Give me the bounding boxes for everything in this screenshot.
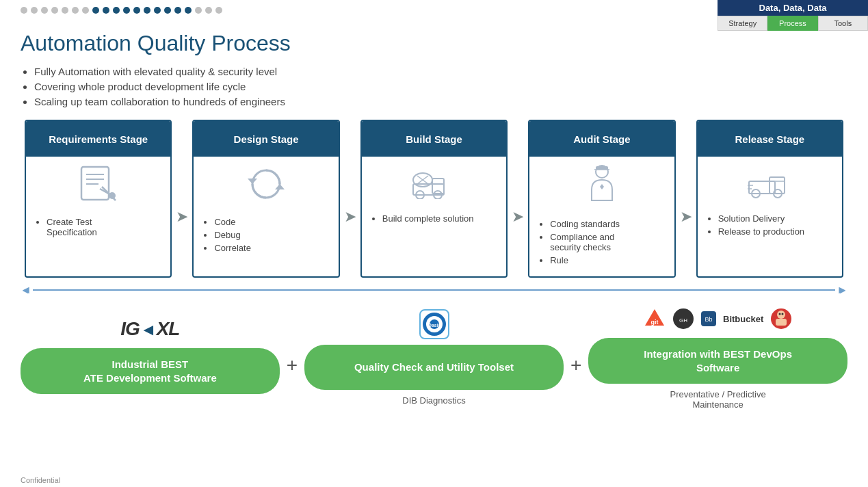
page-title: Automation Quality Process [21, 31, 847, 56]
dot-2 [31, 7, 38, 14]
arrow-2: ➤ [344, 155, 356, 278]
bottom-tools-section: IG◄XL Industrial BESTATE Development Sof… [21, 305, 847, 410]
bitbucket-logo-icon: Bb [701, 311, 716, 326]
dot-20 [215, 7, 222, 14]
stage-design-header: Design Stage [194, 121, 338, 157]
tab-process[interactable]: Process [767, 16, 817, 31]
svg-point-39 [782, 313, 784, 315]
svg-rect-19 [770, 177, 785, 194]
svg-point-36 [777, 311, 785, 319]
arrow-3: ➤ [512, 155, 524, 278]
design-bullet-3: Correlate [214, 243, 250, 253]
oasis-logo-area: Oasis [419, 309, 449, 339]
igxl-button[interactable]: Industrial BESTATE Development Software [21, 348, 280, 394]
design-bullets: Code Debug Correlate [203, 217, 250, 256]
plus-2: + [564, 354, 588, 376]
audit-bullets: Coding standards Compliance andsecurity … [539, 219, 620, 268]
bullet-1: Fully Automation with elevated quality &… [34, 66, 847, 77]
tool-oasis: Oasis Quality Check and Utility Toolset … [304, 309, 564, 406]
dot-10 [113, 7, 120, 14]
devops-logos: git GH Bb Bitbucket [644, 305, 792, 332]
git-icon: git [644, 308, 666, 330]
bidir-arrow: ◄ ► [21, 283, 847, 297]
stage-requirements-header: Requirements Stage [26, 121, 170, 157]
bitbucket-label: Bitbucket [723, 314, 763, 324]
devops-subtitle: Preventative / Predictive Maintenance [670, 389, 766, 410]
github-icon: GH [672, 308, 694, 330]
stage-design: Design Stage Code Debug Correlate [192, 120, 339, 278]
release-bullet-2: Release to production [718, 226, 804, 237]
design-icon [248, 165, 285, 210]
dot-9 [103, 7, 109, 14]
devops-button[interactable]: Integration with BEST DevOpsSoftware [588, 338, 847, 384]
igxl-logo: IG◄XL [120, 315, 179, 343]
dot-4 [51, 7, 58, 14]
audit-icon [585, 165, 619, 212]
main-content: Automation Quality Process Fully Automat… [21, 24, 847, 473]
requirements-icon [78, 165, 119, 210]
audit-bullet-2: Compliance andsecurity checks [550, 232, 620, 252]
stage-audit-body: Coding standards Compliance andsecurity … [529, 157, 674, 276]
build-bullets: Build complete solution [371, 213, 474, 226]
release-bullet-1: Solution Delivery [718, 213, 804, 224]
stages-container: Requirements Stage Create TestSpecificat… [21, 120, 847, 278]
stage-requirements: Requirements Stage Create TestSpecificat… [25, 120, 172, 278]
dot-14 [154, 7, 161, 14]
svg-marker-6 [275, 184, 285, 189]
design-bullet-1: Code [214, 217, 250, 227]
arrow-1: ➤ [176, 155, 188, 278]
dot-11 [123, 7, 130, 14]
svg-text:git: git [651, 319, 659, 326]
svg-text:Bb: Bb [705, 316, 713, 323]
tab-tools[interactable]: Tools [818, 16, 868, 31]
nav-tabs: Strategy Process Tools [718, 16, 868, 31]
stage-audit-header: Audit Stage [529, 121, 674, 157]
design-bullet-2: Debug [214, 230, 250, 240]
intro-bullets: Fully Automation with elevated quality &… [21, 66, 847, 107]
svg-rect-37 [776, 319, 787, 326]
svg-marker-17 [600, 184, 604, 189]
oasis-icon: Oasis [419, 309, 449, 339]
bullet-2: Covering whole product development life … [34, 81, 847, 92]
dot-18 [195, 7, 202, 14]
release-icon [748, 165, 792, 207]
tab-strategy[interactable]: Strategy [718, 16, 767, 31]
stage-requirements-body: Create TestSpecification [26, 157, 170, 273]
stage-release-header: Release Stage [698, 121, 842, 157]
stage-audit: Audit Stage Codin [528, 120, 675, 278]
tool-devops: git GH Bb Bitbucket [588, 305, 847, 410]
progress-dots [21, 7, 222, 14]
dot-3 [41, 7, 48, 14]
oasis-subtitle: DIB Diagnostics [402, 395, 465, 406]
release-bullets: Solution Delivery Release to production [707, 213, 804, 239]
oasis-btn-text: Quality Check and Utility Toolset [354, 360, 514, 374]
stage-design-body: Code Debug Correlate [194, 157, 338, 273]
dot-1 [21, 7, 27, 14]
plus-1: + [280, 354, 304, 376]
dot-12 [133, 7, 140, 14]
build-icon [412, 165, 456, 207]
audit-bullet-3: Rule [550, 255, 620, 265]
tool-igxl: IG◄XL Industrial BESTATE Development Sof… [21, 315, 280, 399]
jenkins-icon [770, 308, 792, 330]
requirements-bullets: Create TestSpecification [36, 217, 97, 240]
oasis-button[interactable]: Quality Check and Utility Toolset [304, 345, 564, 390]
dot-13 [144, 7, 150, 14]
bullet-3: Scaling up team collaboration to hundred… [34, 96, 847, 107]
dot-6 [72, 7, 79, 14]
req-bullet-1: Create TestSpecification [47, 217, 97, 237]
dot-19 [205, 7, 212, 14]
nav-title: Data, Data, Data [718, 0, 868, 16]
dot-17 [185, 7, 192, 14]
devops-btn-text: Integration with BEST DevOpsSoftware [644, 347, 792, 374]
audit-bullet-1: Coding standards [550, 219, 620, 229]
dot-8 [92, 7, 99, 14]
build-bullet-1: Build complete solution [382, 213, 474, 224]
stage-release: Release Stage Sol [696, 120, 843, 278]
dot-15 [164, 7, 171, 14]
svg-text:Oasis: Oasis [428, 323, 440, 328]
stage-build-header: Build Stage [362, 121, 506, 157]
dot-16 [174, 7, 181, 14]
igxl-btn-text: Industrial BESTATE Development Software [83, 358, 217, 384]
top-navigation: Data, Data, Data Strategy Process Tools [718, 0, 868, 31]
